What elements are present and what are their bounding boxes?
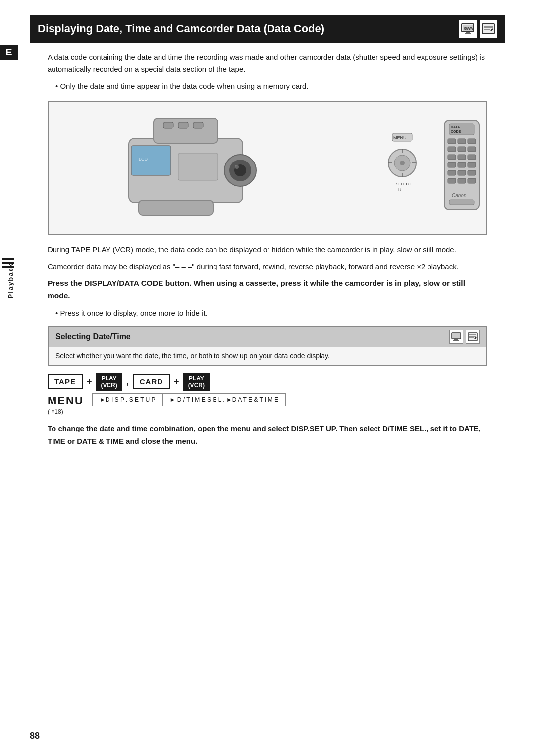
line-bar-1 xyxy=(2,258,14,260)
svg-rect-17 xyxy=(131,146,171,175)
svg-rect-53 xyxy=(468,170,476,175)
svg-point-16 xyxy=(235,165,239,169)
menu-row: MENU ( ≡18) ►D I S P . S E T U P ► D / T… xyxy=(48,393,487,415)
comma-sign: , xyxy=(126,377,129,387)
svg-rect-56 xyxy=(468,178,476,183)
svg-rect-63 xyxy=(468,333,477,341)
svg-rect-21 xyxy=(193,122,203,128)
conclusion-text: To change the date and time combination,… xyxy=(48,422,487,447)
play-vcr-button-1: PLAY (VCR) xyxy=(96,373,122,392)
svg-rect-52 xyxy=(458,170,466,175)
svg-rect-48 xyxy=(448,162,456,167)
svg-text:LCD: LCD xyxy=(139,157,148,162)
page-number: 88 xyxy=(30,731,40,741)
svg-rect-62 xyxy=(452,333,460,338)
svg-text:SELECT: SELECT xyxy=(396,182,411,186)
selecting-header: Selecting Date/Time xyxy=(49,327,486,347)
svg-text:MENU: MENU xyxy=(393,135,407,140)
svg-rect-50 xyxy=(468,162,476,167)
svg-rect-2 xyxy=(465,33,471,34)
svg-point-28 xyxy=(400,161,405,165)
selecting-title: Selecting Date/Time xyxy=(55,332,131,341)
svg-rect-39 xyxy=(448,139,456,144)
svg-rect-1 xyxy=(466,32,470,33)
monitor-icon: DATA CODE xyxy=(459,20,477,38)
menu-dtime-sel-box: ► D / T I M E S E L . ►D A T E & T I M E xyxy=(162,393,286,406)
svg-rect-60 xyxy=(454,339,458,340)
button-row: TAPE + PLAY (VCR) , CARD + PLAY (VCR) xyxy=(48,373,487,392)
plus-sign-2: + xyxy=(174,377,179,387)
svg-rect-49 xyxy=(458,162,466,167)
title-icons: DATA CODE xyxy=(459,20,497,38)
play-vcr-button-2: PLAY (VCR) xyxy=(183,373,210,392)
svg-rect-20 xyxy=(178,122,188,128)
svg-text:CODE: CODE xyxy=(451,130,461,133)
svg-rect-43 xyxy=(458,147,466,152)
selecting-description: Select whether you want the date, the ti… xyxy=(49,347,486,365)
play-label-2: PLAY xyxy=(189,375,204,382)
main-title-bar: Displaying Date, Time and Camcorder Data… xyxy=(30,15,505,43)
vcr-label-2: (VCR) xyxy=(188,382,205,389)
e-label: E xyxy=(0,45,18,60)
body-bullet1: Only the date and time appear in the dat… xyxy=(30,80,505,92)
play-label: PLAY xyxy=(102,375,117,382)
svg-rect-58 xyxy=(449,200,474,205)
svg-text:DATA: DATA xyxy=(451,125,460,129)
vcr-label: (VCR) xyxy=(101,382,117,389)
svg-rect-22 xyxy=(139,200,213,215)
camcorder-image-box: LCD MENU xyxy=(48,101,487,235)
menu-disp-setup-box: ►D I S P . S E T U P xyxy=(92,393,163,406)
svg-rect-44 xyxy=(468,147,476,152)
menu-label: MENU xyxy=(48,393,92,407)
camcorder-illustration: LCD MENU xyxy=(49,102,486,234)
svg-rect-40 xyxy=(458,139,466,144)
plus-sign-1: + xyxy=(87,377,92,387)
body-bullet2: Press it once to display, once more to h… xyxy=(30,307,505,319)
svg-text:Canon: Canon xyxy=(452,193,467,198)
main-title-text: Displaying Date, Time and Camcorder Data… xyxy=(38,22,324,35)
bold-instruction: Press the DISPLAY/DATA CODE button. When… xyxy=(48,277,487,302)
svg-rect-54 xyxy=(448,178,456,183)
selecting-header-icons xyxy=(449,330,480,344)
playback-sidebar-label: Playback xyxy=(7,263,14,298)
menu-sub: ( ≡18) xyxy=(48,408,92,415)
svg-rect-61 xyxy=(453,340,459,341)
camcorder-svg-area: LCD xyxy=(49,108,368,227)
tape-button: TAPE xyxy=(48,374,83,389)
camcorder-svg: LCD xyxy=(114,108,302,227)
svg-text:↑↓: ↑↓ xyxy=(397,187,401,192)
svg-rect-46 xyxy=(458,155,466,160)
svg-rect-55 xyxy=(458,178,466,183)
body-para2: During TAPE PLAY (VCR) mode, the data co… xyxy=(30,244,505,256)
controls-svg: MENU SELECT ↑↓ xyxy=(382,128,422,208)
svg-rect-41 xyxy=(468,139,476,144)
card-button: CARD xyxy=(133,374,170,389)
page-container: E Playback Displaying Date, Time and Cam… xyxy=(0,0,535,756)
pen-icon xyxy=(480,20,497,38)
selecting-date-time-box: Selecting Date/Time xyxy=(48,326,487,366)
svg-rect-45 xyxy=(448,155,456,160)
selecting-monitor-icon xyxy=(449,330,463,344)
remote-svg: DATA CODE xyxy=(437,118,486,217)
menu-label-wrap: MENU ( ≡18) xyxy=(48,393,92,415)
menu-dtime-sel-text: ► D / T I M E S E L . ►D A T E & T I M E xyxy=(170,396,278,403)
body-para3: Camcorder data may be displayed as "– – … xyxy=(30,261,505,272)
controls-svg-area: MENU SELECT ↑↓ xyxy=(382,128,422,208)
body-para1: A data code containing the date and time… xyxy=(30,52,505,75)
remote-svg-area: DATA CODE xyxy=(437,118,486,218)
svg-rect-51 xyxy=(448,170,456,175)
svg-rect-23 xyxy=(178,153,218,180)
svg-rect-42 xyxy=(448,147,456,152)
svg-rect-47 xyxy=(468,155,476,160)
svg-rect-19 xyxy=(163,122,173,128)
svg-text:CODE: CODE xyxy=(464,26,472,29)
selecting-pen-icon xyxy=(466,330,480,344)
menu-disp-setup-text: ►D I S P . S E T U P xyxy=(100,396,156,403)
